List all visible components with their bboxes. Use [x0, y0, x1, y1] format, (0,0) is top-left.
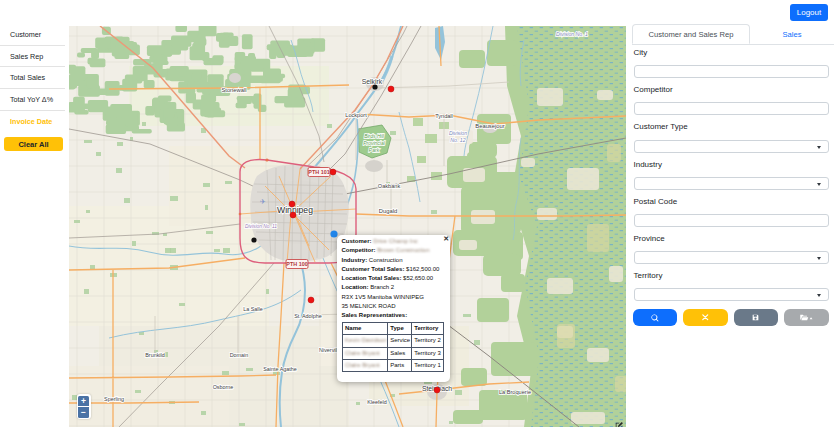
- svg-text:PTH 101: PTH 101: [308, 169, 329, 175]
- svg-text:No. 12: No. 12: [450, 137, 465, 143]
- svg-text:Domain: Domain: [230, 352, 249, 358]
- svg-text:La Salle: La Salle: [243, 306, 262, 312]
- svg-text:Selkirk: Selkirk: [362, 78, 383, 85]
- svg-text:Sperling: Sperling: [104, 396, 124, 402]
- svg-text:PTH 100: PTH 100: [286, 261, 307, 267]
- svg-text:Oakbank: Oakbank: [378, 183, 401, 189]
- svg-text:Brunkild: Brunkild: [145, 352, 164, 358]
- svg-text:✈: ✈: [260, 198, 266, 205]
- svg-text:Division: Division: [449, 130, 467, 136]
- svg-text:Stonewall: Stonewall: [221, 87, 246, 93]
- svg-text:St. Adolphe: St. Adolphe: [294, 313, 322, 319]
- svg-text:Provincial: Provincial: [363, 140, 386, 146]
- svg-text:Osborne: Osborne: [213, 384, 234, 390]
- svg-text:La Broquerie: La Broquerie: [499, 389, 531, 395]
- svg-text:Tyndall: Tyndall: [435, 113, 453, 119]
- svg-text:Beausejour: Beausejour: [475, 123, 504, 129]
- svg-text:Park: Park: [369, 147, 380, 153]
- svg-text:Birds Hill: Birds Hill: [364, 133, 385, 139]
- svg-text:Division No. 1: Division No. 1: [556, 31, 588, 37]
- svg-text:Dugald: Dugald: [379, 208, 397, 214]
- svg-text:Division No. 11: Division No. 11: [245, 224, 277, 229]
- svg-text:Lockport: Lockport: [345, 112, 367, 118]
- svg-text:Sainte Agathe: Sainte Agathe: [263, 366, 297, 372]
- svg-text:Kleefeld: Kleefeld: [367, 399, 386, 405]
